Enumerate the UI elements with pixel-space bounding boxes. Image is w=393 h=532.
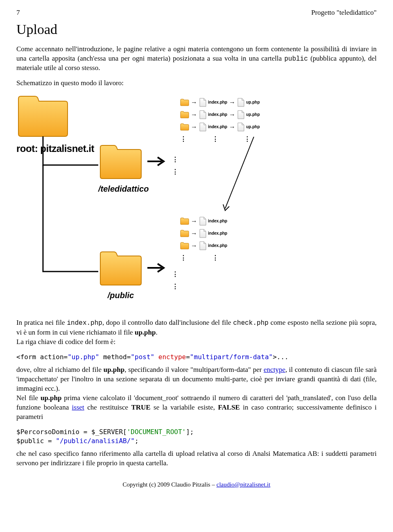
ellipsis: ⋮ bbox=[172, 282, 178, 291]
file-icon bbox=[199, 217, 206, 226]
file-icon bbox=[199, 98, 206, 107]
teledidattico-label: /teledidattico bbox=[98, 183, 149, 195]
file-label: up.php bbox=[246, 112, 260, 118]
folder-icon bbox=[180, 230, 189, 237]
file-label: index.php bbox=[208, 231, 227, 236]
file-icon bbox=[199, 229, 206, 238]
folder-icon bbox=[180, 217, 189, 225]
folder-icon bbox=[180, 99, 189, 106]
footer: Copyright (c) 2009 Claudio Pitzalis – cl… bbox=[16, 480, 377, 489]
page-number: 7 bbox=[16, 8, 20, 18]
file-label: index.php bbox=[208, 124, 227, 130]
file-label: index.php bbox=[208, 243, 227, 249]
ellipsis: ⋮ bbox=[172, 168, 178, 177]
ellipsis: ⋮ bbox=[172, 155, 178, 164]
code-form-tag: <form action="up.php" method="post" enct… bbox=[16, 353, 377, 362]
ellipsis: ⋮ bbox=[172, 270, 178, 279]
folder-icon bbox=[180, 242, 189, 249]
folder-icon bbox=[98, 249, 143, 287]
arrow-diagonal bbox=[221, 135, 270, 217]
intro-paragraph: Come accennato nell'introduzione, le pag… bbox=[16, 45, 377, 73]
arrow-icon bbox=[145, 262, 170, 274]
arrow-icon bbox=[145, 155, 170, 168]
folder-icon bbox=[180, 123, 189, 131]
schematizzo-label: Schematizzo in questo modo il lavoro: bbox=[16, 79, 377, 88]
file-icon bbox=[199, 122, 206, 131]
doc-title: Progetto "teledidattico" bbox=[311, 8, 377, 18]
file-icon bbox=[237, 98, 244, 107]
code-php-vars: $PercorsoDominio = $_SERVER['DOCUMENT_RO… bbox=[16, 428, 377, 445]
folder-icon bbox=[16, 94, 70, 139]
ellipsis: ⋮ ⋮ bbox=[180, 254, 219, 263]
paragraph-enctype: dove, oltre al richiamo del file up.php,… bbox=[16, 365, 377, 422]
footer-email-link[interactable]: claudio@pitzalisnet.it bbox=[217, 481, 271, 488]
folder-icon bbox=[98, 143, 143, 181]
file-label: index.php bbox=[208, 218, 227, 224]
file-label: up.php bbox=[246, 124, 260, 130]
public-label: /public bbox=[98, 290, 143, 301]
folder-icon bbox=[180, 111, 189, 118]
file-icon bbox=[237, 122, 244, 131]
paragraph-cartella: che nel caso specifico fanno riferimento… bbox=[16, 449, 377, 468]
file-icon bbox=[237, 110, 244, 119]
paragraph-index-check: In pratica nei file index.php, dopo il c… bbox=[16, 318, 377, 346]
file-label: index.php bbox=[208, 112, 227, 118]
link-enctype[interactable]: enctype bbox=[264, 366, 285, 374]
file-icon bbox=[199, 110, 206, 119]
file-icon bbox=[199, 241, 206, 250]
folder-diagram: root: pitzalisnet.it /teledidattico → in… bbox=[16, 94, 377, 311]
heading-upload: Upload bbox=[16, 20, 377, 39]
file-label: index.php bbox=[208, 100, 227, 105]
file-label: up.php bbox=[246, 100, 260, 105]
link-isset[interactable]: isset bbox=[72, 403, 84, 411]
